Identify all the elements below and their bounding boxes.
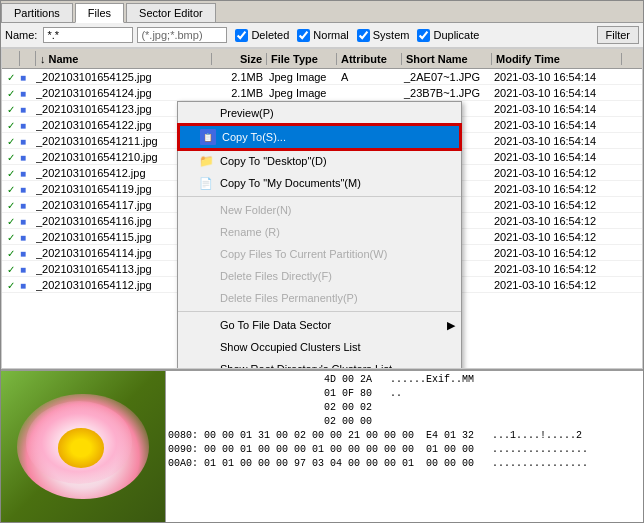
file-attr: A	[337, 71, 402, 83]
file-icon: ■	[20, 216, 26, 227]
column-headers: ↓ Name Size File Type Attribute Short Na…	[2, 49, 642, 69]
col-header-modify[interactable]: Modify Time	[492, 53, 622, 65]
row-checkbox[interactable]: ✓	[7, 216, 15, 227]
file-modify: 2021-03-10 16:54:12	[492, 263, 622, 275]
tab-files[interactable]: Files	[75, 3, 124, 23]
ctx-item-show_clusters[interactable]: Show Occupied Clusters List	[178, 336, 461, 358]
file-icon: ■	[20, 168, 26, 179]
file-modify: 2021-03-10 16:54:14	[492, 151, 622, 163]
file-modify: 2021-03-10 16:54:12	[492, 167, 622, 179]
submenu-arrow-icon: ▶	[447, 319, 455, 332]
docs-icon: 📄	[198, 175, 214, 191]
table-row[interactable]: ✓ ■ _20210310165412​5.jpg 2.1MB Jpeg Ima…	[2, 69, 642, 85]
row-checkbox[interactable]: ✓	[7, 152, 15, 163]
filter-button[interactable]: Filter	[597, 26, 639, 44]
file-modify: 2021-03-10 16:54:14	[492, 135, 622, 147]
file-modify: 2021-03-10 16:54:12	[492, 247, 622, 259]
file-icon: ■	[20, 136, 26, 147]
row-checkbox[interactable]: ✓	[7, 200, 15, 211]
ctx-item-copy_docs[interactable]: 📄Copy To "My Documents"(M)	[178, 172, 461, 194]
ctx-item-preview[interactable]: Preview(P)	[178, 102, 461, 124]
col-header-size[interactable]: Size	[212, 53, 267, 65]
row-checkbox[interactable]: ✓	[7, 248, 15, 259]
file-size: 2.1MB	[212, 87, 267, 99]
duplicate-checkbox[interactable]	[417, 29, 430, 42]
placeholder-icon	[198, 105, 214, 121]
row-checkbox[interactable]: ✓	[7, 168, 15, 179]
bottom-area: 4D 00 2A ......Exif..MM 01 0F 80 .. 02 0…	[1, 369, 643, 522]
hex-row: 02 00 00	[168, 415, 641, 429]
file-modify: 2021-03-10 16:54:12	[492, 231, 622, 243]
hex-row: 01 0F 80 ..	[168, 387, 641, 401]
deleted-label: Deleted	[251, 29, 289, 41]
file-modify: 2021-03-10 16:54:12	[492, 215, 622, 227]
ctx-item-copy_desktop[interactable]: 📁Copy To "Desktop"(D)	[178, 150, 461, 172]
system-label: System	[373, 29, 410, 41]
file-icon: ■	[20, 280, 26, 291]
file-icon: ■	[20, 200, 26, 211]
row-checkbox[interactable]: ✓	[7, 120, 15, 131]
file-modify: 2021-03-10 16:54:14	[492, 103, 622, 115]
name-label: Name:	[5, 29, 37, 41]
ctx-item-label: Rename (R)	[220, 226, 280, 238]
col-header-attr[interactable]: Attribute	[337, 53, 402, 65]
sort-down-icon: ↓	[40, 53, 46, 65]
ext-input[interactable]	[137, 27, 227, 43]
file-name: _202103101654124.jpg	[36, 87, 212, 99]
row-checkbox[interactable]: ✓	[7, 264, 15, 275]
row-checkbox[interactable]: ✓	[7, 280, 15, 291]
file-modify: 2021-03-10 16:54:12	[492, 183, 622, 195]
file-modify: 2021-03-10 16:54:12	[492, 199, 622, 211]
row-checkbox[interactable]: ✓	[7, 104, 15, 115]
file-icon: ■	[20, 104, 26, 115]
ctx-item-label: Preview(P)	[220, 107, 274, 119]
file-modify: 2021-03-10 16:54:14	[492, 71, 622, 83]
file-short: _23B7B~1.JPG	[402, 87, 492, 99]
col-header-name[interactable]: ↓ Name	[36, 53, 212, 65]
table-row[interactable]: ✓ ■ _202103101654124.jpg 2.1MB Jpeg Imag…	[2, 85, 642, 101]
ctx-item-label: Copy To "My Documents"(M)	[220, 177, 361, 189]
col-header-type[interactable]: File Type	[267, 53, 337, 65]
row-checkbox[interactable]: ✓	[7, 72, 15, 83]
ctx-item-go_sector[interactable]: Go To File Data Sector▶	[178, 314, 461, 336]
name-input[interactable]	[43, 27, 133, 43]
file-icon: ■	[20, 232, 26, 243]
ctx-item-delete_permanently: Delete Files Permanently(P)	[178, 287, 461, 309]
normal-checkbox[interactable]	[297, 29, 310, 42]
file-short: _2AE07~1.JPG	[402, 71, 492, 83]
system-checkbox[interactable]	[357, 29, 370, 42]
deleted-checkbox[interactable]	[235, 29, 248, 42]
system-checkbox-group: System	[357, 29, 410, 42]
file-type: Jpeg Image	[267, 87, 337, 99]
file-icon: ■	[20, 152, 26, 163]
ctx-item-label: New Folder(N)	[220, 204, 292, 216]
col-header-short[interactable]: Short Name	[402, 53, 492, 65]
row-checkbox[interactable]: ✓	[7, 88, 15, 99]
hex-row: 02 00 02	[168, 401, 641, 415]
ctx-item-show_root[interactable]: Show Root Directory's Clusters List	[178, 358, 461, 369]
file-modify: 2021-03-10 16:54:14	[492, 119, 622, 131]
deleted-checkbox-group: Deleted	[235, 29, 289, 42]
main-window: Partitions Files Sector Editor Name: Del…	[0, 0, 644, 523]
normal-label: Normal	[313, 29, 348, 41]
duplicate-checkbox-group: Duplicate	[417, 29, 479, 42]
file-icon: ■	[20, 72, 26, 83]
ctx-item-label: Copy To "Desktop"(D)	[220, 155, 327, 167]
file-size: 2.1MB	[212, 71, 267, 83]
placeholder-icon	[198, 361, 214, 369]
placeholder-icon	[198, 246, 214, 262]
file-type: Jpeg Image	[267, 71, 337, 83]
row-checkbox[interactable]: ✓	[7, 232, 15, 243]
tab-partitions[interactable]: Partitions	[1, 3, 73, 22]
tab-sector-editor[interactable]: Sector Editor	[126, 3, 216, 22]
file-area: ↓ Name Size File Type Attribute Short Na…	[1, 48, 643, 369]
ctx-item-copy_to[interactable]: 📋Copy To(S)...	[178, 124, 461, 150]
placeholder-icon	[198, 202, 214, 218]
file-modify: 2021-03-10 16:54:12	[492, 279, 622, 291]
ctx-item-label: Show Root Directory's Clusters List	[220, 363, 392, 369]
file-icon: ■	[20, 248, 26, 259]
row-checkbox[interactable]: ✓	[7, 184, 15, 195]
ctx-item-copy_current: Copy Files To Current Partition(W)	[178, 243, 461, 265]
row-checkbox[interactable]: ✓	[7, 136, 15, 147]
ctx-item-label: Go To File Data Sector	[220, 319, 331, 331]
